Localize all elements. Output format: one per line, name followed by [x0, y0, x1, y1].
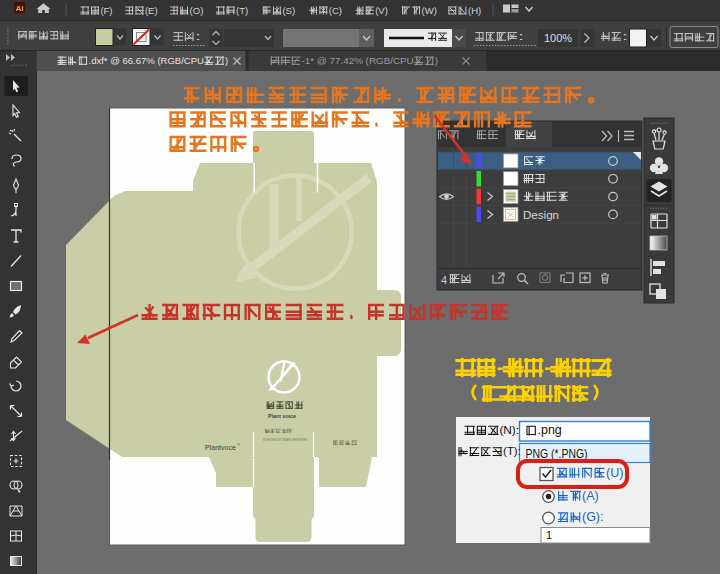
svg-text::: : [622, 30, 628, 42]
svg-text:(H): (H) [468, 5, 481, 16]
svg-text:': ' [275, 428, 276, 434]
svg-text::: : [195, 30, 201, 42]
svg-text:Ai: Ai [16, 4, 24, 13]
svg-text:(F): (F) [100, 5, 112, 16]
svg-text:(N):: (N): [499, 423, 519, 437]
svg-text:': ' [281, 428, 282, 434]
svg-text:Plant voice: Plant voice [268, 413, 297, 419]
svg-text:-: - [497, 356, 504, 378]
svg-text:(U): (U) [606, 466, 623, 480]
svg-text:): ) [435, 55, 438, 66]
svg-text:(O): (O) [190, 5, 204, 16]
svg-text:(T): (T) [236, 5, 248, 16]
svg-text:(W): (W) [422, 5, 437, 16]
svg-text:EIGHTEEN INTIMATE WHISPERS: EIGHTEEN INTIMATE WHISPERS [263, 438, 307, 442]
svg-text:®: ® [237, 442, 240, 447]
svg-text:4: 4 [441, 274, 447, 286]
svg-text:(V): (V) [375, 5, 388, 16]
svg-text:(E): (E) [145, 5, 158, 16]
svg-text:Design: Design [523, 209, 559, 221]
svg-text:-1* @ 77.42% (RGB/CPU: -1* @ 77.42% (RGB/CPU [302, 55, 414, 66]
svg-text:(C): (C) [329, 5, 342, 16]
svg-text:-: - [544, 356, 551, 378]
svg-text:PNG (*.PNG): PNG (*.PNG) [526, 447, 588, 461]
svg-text:): ) [225, 56, 228, 66]
svg-text::: : [518, 30, 524, 42]
svg-text:(G):: (G): [582, 510, 604, 524]
svg-text:(T):: (T): [503, 445, 521, 457]
svg-text:.dxf* @ 66.67% (RGB/CPU: .dxf* @ 66.67% (RGB/CPU [89, 56, 204, 66]
svg-text:1: 1 [546, 529, 552, 541]
svg-text:(S): (S) [282, 5, 295, 16]
svg-text:.png: .png [538, 423, 562, 437]
svg-text:100%: 100% [544, 32, 572, 44]
svg-text:': ' [292, 428, 293, 434]
svg-text:': ' [264, 428, 265, 434]
svg-text:(A): (A) [582, 489, 599, 503]
svg-text:Plantvoce: Plantvoce [205, 444, 236, 451]
